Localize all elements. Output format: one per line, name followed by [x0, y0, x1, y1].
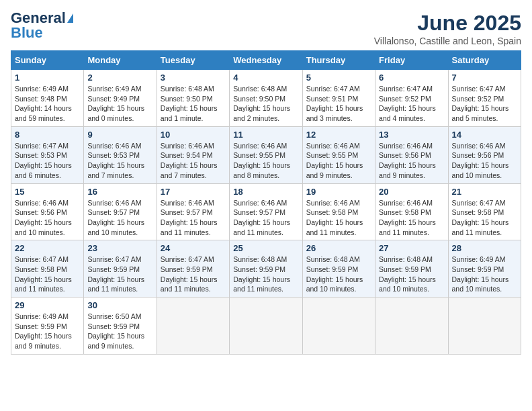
- calendar-cell: [157, 298, 229, 355]
- calendar-header-tuesday: Tuesday: [157, 51, 229, 70]
- day-info: Sunrise: 6:47 AM Sunset: 9:58 PM Dayligh…: [15, 255, 80, 294]
- calendar-cell: 8Sunrise: 6:47 AM Sunset: 9:53 PM Daylig…: [11, 126, 84, 183]
- calendar-cell: 18Sunrise: 6:46 AM Sunset: 9:57 PM Dayli…: [230, 183, 302, 240]
- calendar-cell: 17Sunrise: 6:46 AM Sunset: 9:57 PM Dayli…: [157, 183, 229, 240]
- logo-text-blue: Blue: [11, 26, 43, 40]
- calendar-week-row: 29Sunrise: 6:49 AM Sunset: 9:59 PM Dayli…: [11, 298, 521, 355]
- day-info: Sunrise: 6:46 AM Sunset: 9:58 PM Dayligh…: [306, 198, 371, 238]
- calendar-cell: 10Sunrise: 6:46 AM Sunset: 9:54 PM Dayli…: [157, 126, 229, 183]
- day-info: Sunrise: 6:47 AM Sunset: 9:52 PM Dayligh…: [379, 84, 444, 124]
- calendar-cell: [448, 298, 521, 355]
- calendar-header-friday: Friday: [375, 51, 448, 70]
- location-subtitle: Villalonso, Castille and Leon, Spain: [374, 36, 521, 46]
- day-info: Sunrise: 6:47 AM Sunset: 9:53 PM Dayligh…: [15, 141, 80, 181]
- calendar-cell: 12Sunrise: 6:46 AM Sunset: 9:55 PM Dayli…: [302, 126, 375, 183]
- day-info: Sunrise: 6:48 AM Sunset: 9:50 PM Dayligh…: [161, 84, 226, 124]
- calendar-cell: [302, 298, 375, 355]
- day-number: 28: [452, 243, 517, 253]
- day-info: Sunrise: 6:47 AM Sunset: 9:59 PM Dayligh…: [87, 255, 152, 294]
- calendar-cell: 14Sunrise: 6:46 AM Sunset: 9:56 PM Dayli…: [448, 126, 521, 183]
- day-info: Sunrise: 6:46 AM Sunset: 9:58 PM Dayligh…: [379, 198, 444, 238]
- day-number: 9: [87, 130, 152, 140]
- calendar-cell: 21Sunrise: 6:47 AM Sunset: 9:58 PM Dayli…: [448, 183, 521, 240]
- day-number: 13: [379, 130, 444, 140]
- calendar-header-saturday: Saturday: [448, 51, 521, 70]
- day-number: 24: [161, 243, 226, 253]
- day-number: 30: [87, 300, 152, 310]
- calendar-week-row: 15Sunrise: 6:46 AM Sunset: 9:56 PM Dayli…: [11, 183, 521, 240]
- calendar-cell: 16Sunrise: 6:46 AM Sunset: 9:57 PM Dayli…: [84, 183, 157, 240]
- day-number: 4: [233, 73, 298, 83]
- calendar-cell: 26Sunrise: 6:48 AM Sunset: 9:59 PM Dayli…: [302, 240, 375, 298]
- calendar-cell: 15Sunrise: 6:46 AM Sunset: 9:56 PM Dayli…: [11, 183, 84, 240]
- day-number: 27: [379, 243, 444, 253]
- calendar-cell: 30Sunrise: 6:50 AM Sunset: 9:59 PM Dayli…: [84, 298, 157, 355]
- day-info: Sunrise: 6:46 AM Sunset: 9:57 PM Dayligh…: [87, 198, 152, 238]
- day-number: 6: [379, 73, 444, 83]
- day-info: Sunrise: 6:46 AM Sunset: 9:53 PM Dayligh…: [87, 141, 152, 181]
- day-number: 29: [15, 300, 80, 310]
- day-info: Sunrise: 6:49 AM Sunset: 9:48 PM Dayligh…: [15, 84, 80, 124]
- day-info: Sunrise: 6:47 AM Sunset: 9:59 PM Dayligh…: [161, 255, 226, 294]
- day-number: 2: [87, 73, 152, 83]
- day-number: 21: [452, 187, 517, 197]
- day-info: Sunrise: 6:46 AM Sunset: 9:57 PM Dayligh…: [161, 198, 226, 238]
- day-info: Sunrise: 6:46 AM Sunset: 9:54 PM Dayligh…: [161, 141, 226, 181]
- day-info: Sunrise: 6:46 AM Sunset: 9:56 PM Dayligh…: [15, 198, 80, 238]
- calendar-table: SundayMondayTuesdayWednesdayThursdayFrid…: [11, 50, 521, 355]
- calendar-cell: 19Sunrise: 6:46 AM Sunset: 9:58 PM Dayli…: [302, 183, 375, 240]
- calendar-cell: 27Sunrise: 6:48 AM Sunset: 9:59 PM Dayli…: [375, 240, 448, 298]
- calendar-cell: 2Sunrise: 6:49 AM Sunset: 9:49 PM Daylig…: [84, 70, 157, 127]
- calendar-header-thursday: Thursday: [302, 51, 375, 70]
- day-info: Sunrise: 6:46 AM Sunset: 9:57 PM Dayligh…: [233, 198, 298, 238]
- calendar-cell: 3Sunrise: 6:48 AM Sunset: 9:50 PM Daylig…: [157, 70, 229, 127]
- calendar-header-sunday: Sunday: [11, 51, 84, 70]
- month-title: June 2025: [374, 11, 521, 36]
- day-info: Sunrise: 6:46 AM Sunset: 9:56 PM Dayligh…: [379, 141, 444, 181]
- day-number: 22: [15, 243, 80, 253]
- calendar-cell: [230, 298, 302, 355]
- calendar-cell: 23Sunrise: 6:47 AM Sunset: 9:59 PM Dayli…: [84, 240, 157, 298]
- day-number: 7: [452, 73, 517, 83]
- day-number: 14: [452, 130, 517, 140]
- calendar-cell: 29Sunrise: 6:49 AM Sunset: 9:59 PM Dayli…: [11, 298, 84, 355]
- day-info: Sunrise: 6:48 AM Sunset: 9:50 PM Dayligh…: [233, 84, 298, 124]
- day-number: 12: [306, 130, 371, 140]
- day-info: Sunrise: 6:48 AM Sunset: 9:59 PM Dayligh…: [379, 255, 444, 294]
- page-header: General Blue June 2025 Villalonso, Casti…: [11, 11, 521, 46]
- logo-text-general: General: [11, 11, 66, 26]
- day-number: 3: [161, 73, 226, 83]
- logo: General Blue: [11, 11, 73, 40]
- logo-triangle-icon: [67, 13, 73, 23]
- day-number: 23: [87, 243, 152, 253]
- day-number: 25: [233, 243, 298, 253]
- calendar-cell: 22Sunrise: 6:47 AM Sunset: 9:58 PM Dayli…: [11, 240, 84, 298]
- calendar-cell: 13Sunrise: 6:46 AM Sunset: 9:56 PM Dayli…: [375, 126, 448, 183]
- day-info: Sunrise: 6:48 AM Sunset: 9:59 PM Dayligh…: [306, 255, 371, 294]
- day-info: Sunrise: 6:46 AM Sunset: 9:55 PM Dayligh…: [233, 141, 298, 181]
- day-info: Sunrise: 6:49 AM Sunset: 9:49 PM Dayligh…: [87, 84, 152, 124]
- day-info: Sunrise: 6:48 AM Sunset: 9:59 PM Dayligh…: [233, 255, 298, 294]
- calendar-cell: 1Sunrise: 6:49 AM Sunset: 9:48 PM Daylig…: [11, 70, 84, 127]
- day-number: 15: [15, 187, 80, 197]
- calendar-cell: 24Sunrise: 6:47 AM Sunset: 9:59 PM Dayli…: [157, 240, 229, 298]
- day-info: Sunrise: 6:46 AM Sunset: 9:56 PM Dayligh…: [452, 141, 517, 181]
- day-number: 20: [379, 187, 444, 197]
- day-number: 16: [87, 187, 152, 197]
- day-info: Sunrise: 6:47 AM Sunset: 9:52 PM Dayligh…: [452, 84, 517, 124]
- calendar-week-row: 22Sunrise: 6:47 AM Sunset: 9:58 PM Dayli…: [11, 240, 521, 298]
- calendar-cell: 20Sunrise: 6:46 AM Sunset: 9:58 PM Dayli…: [375, 183, 448, 240]
- day-number: 19: [306, 187, 371, 197]
- day-info: Sunrise: 6:50 AM Sunset: 9:59 PM Dayligh…: [87, 312, 152, 351]
- calendar-week-row: 8Sunrise: 6:47 AM Sunset: 9:53 PM Daylig…: [11, 126, 521, 183]
- calendar-week-row: 1Sunrise: 6:49 AM Sunset: 9:48 PM Daylig…: [11, 70, 521, 127]
- calendar-cell: 5Sunrise: 6:47 AM Sunset: 9:51 PM Daylig…: [302, 70, 375, 127]
- day-number: 17: [161, 187, 226, 197]
- day-number: 5: [306, 73, 371, 83]
- calendar-header-wednesday: Wednesday: [230, 51, 302, 70]
- day-number: 26: [306, 243, 371, 253]
- calendar-cell: 6Sunrise: 6:47 AM Sunset: 9:52 PM Daylig…: [375, 70, 448, 127]
- title-block: June 2025 Villalonso, Castille and Leon,…: [374, 11, 521, 46]
- day-info: Sunrise: 6:46 AM Sunset: 9:55 PM Dayligh…: [306, 141, 371, 181]
- calendar-cell: 11Sunrise: 6:46 AM Sunset: 9:55 PM Dayli…: [230, 126, 302, 183]
